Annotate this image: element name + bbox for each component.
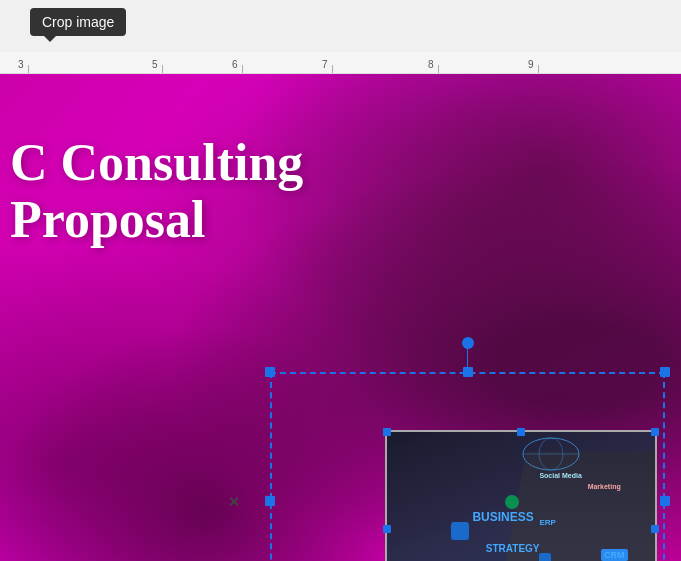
inner-handle-tl[interactable] bbox=[383, 428, 391, 436]
inner-handle-mr[interactable] bbox=[651, 525, 659, 533]
handle-top-left[interactable] bbox=[265, 367, 275, 377]
rotate-handle[interactable] bbox=[462, 337, 474, 349]
inner-handle-tr[interactable] bbox=[651, 428, 659, 436]
handle-top-mid[interactable] bbox=[463, 367, 473, 377]
ruler-num-9: 9 bbox=[528, 59, 534, 70]
slide-title-line1: C Consulting bbox=[10, 134, 303, 191]
handle-mid-right[interactable] bbox=[660, 496, 670, 506]
ruler-tick bbox=[162, 65, 163, 73]
ruler-marks: 3 5 6 7 8 9 bbox=[0, 52, 681, 73]
handle-top-right[interactable] bbox=[660, 367, 670, 377]
ruler-num-3: 3 bbox=[18, 59, 24, 70]
ruler-num-5: 5 bbox=[152, 59, 158, 70]
inner-handle-ml[interactable] bbox=[383, 525, 391, 533]
cross-indicator: ✕ bbox=[228, 494, 240, 510]
ruler-num-6: 6 bbox=[232, 59, 238, 70]
ruler-num-8: 8 bbox=[428, 59, 434, 70]
crop-image-tooltip: Crop image bbox=[30, 8, 126, 36]
inner-handle-tm[interactable] bbox=[517, 428, 525, 436]
ruler-bar: 3 5 6 7 8 9 bbox=[0, 52, 681, 74]
selected-image-container[interactable]: BUSINESS STRATEGY TECHNOLOGY ERP CRM Soc… bbox=[270, 372, 665, 561]
slide-title-line2: Proposal bbox=[10, 191, 303, 248]
ruler-tick bbox=[538, 65, 539, 73]
ruler-tick bbox=[242, 65, 243, 73]
handle-mid-left[interactable] bbox=[265, 496, 275, 506]
ruler-tick bbox=[438, 65, 439, 73]
ruler-num-7: 7 bbox=[322, 59, 328, 70]
canvas-area: C Consulting Proposal ✕ bbox=[0, 74, 681, 561]
ruler-tick bbox=[28, 65, 29, 73]
ruler-tick bbox=[332, 65, 333, 73]
inner-selection-box bbox=[385, 430, 657, 561]
slide-title: C Consulting Proposal bbox=[0, 134, 313, 248]
